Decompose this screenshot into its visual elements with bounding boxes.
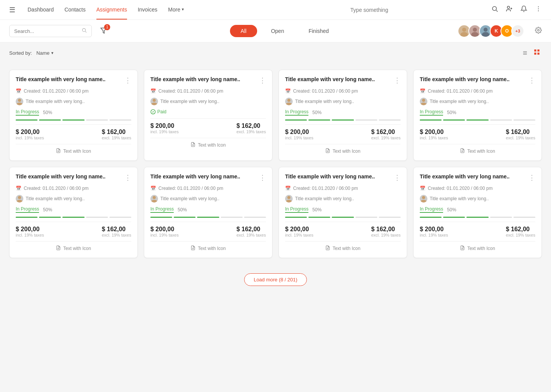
search-field[interactable] bbox=[14, 28, 78, 34]
card-footer[interactable]: Text with Icon bbox=[420, 144, 535, 154]
svg-point-27 bbox=[151, 103, 157, 105]
grid-view-icon[interactable] bbox=[532, 47, 542, 59]
chevron-down-icon: ▾ bbox=[182, 7, 184, 12]
nav-link-contacts[interactable]: Contacts bbox=[65, 0, 86, 20]
status-in-progress: In Progress bbox=[285, 206, 308, 213]
bell-icon[interactable] bbox=[520, 5, 527, 14]
top-nav: ☰ Dashboard Contacts Assignments Invoice… bbox=[0, 0, 551, 20]
card-menu-icon[interactable]: ⋮ bbox=[394, 76, 401, 85]
tab-all[interactable]: All bbox=[230, 25, 258, 37]
status-row: In Progress 50% bbox=[16, 109, 131, 116]
card-footer[interactable]: Text with Icon bbox=[150, 241, 266, 252]
svg-rect-19 bbox=[538, 49, 540, 51]
svg-point-16 bbox=[482, 32, 489, 38]
card-meta-date: 📅 Created: 01.01.2020 / 06:00 pm bbox=[285, 186, 401, 191]
svg-point-31 bbox=[287, 99, 290, 102]
nav-link-invoices[interactable]: Invoices bbox=[138, 0, 157, 20]
nav-link-dashboard[interactable]: Dashboard bbox=[28, 0, 54, 20]
nav-link-assignments[interactable]: Assignments bbox=[96, 0, 127, 20]
card-footer[interactable]: Text with Icon bbox=[285, 144, 401, 154]
calendar-icon: 📅 bbox=[285, 88, 291, 94]
svg-point-47 bbox=[287, 196, 290, 199]
search-box bbox=[9, 25, 92, 37]
card-menu-icon[interactable]: ⋮ bbox=[124, 76, 131, 85]
card-footer[interactable]: Text with Icon bbox=[150, 138, 266, 148]
card-footer[interactable]: Text with Icon bbox=[420, 241, 535, 252]
price-excl-label: excl. 19% taxes bbox=[236, 233, 266, 237]
card-created: Created: 01.01.2020 / 06:00 pm bbox=[24, 186, 88, 191]
document-icon bbox=[191, 142, 196, 148]
more-vert-icon[interactable] bbox=[535, 5, 542, 14]
card-menu-icon[interactable]: ⋮ bbox=[528, 76, 535, 85]
card-user: Title example with very long.. bbox=[16, 98, 131, 105]
progress-percent: 50% bbox=[43, 110, 52, 115]
add-person-icon[interactable] bbox=[506, 5, 513, 14]
price-incl-block: $ 200,00 incl. 19% taxes bbox=[285, 129, 313, 140]
price-incl-label: incl. 19% taxes bbox=[420, 136, 448, 140]
user-avatar bbox=[420, 195, 427, 203]
price-row: $ 200,00 incl. 19% taxes $ 162,00 excl. … bbox=[16, 226, 131, 237]
sort-by-label: Sorted by: bbox=[9, 50, 32, 56]
card-menu-icon[interactable]: ⋮ bbox=[259, 173, 266, 182]
svg-point-40 bbox=[16, 200, 23, 203]
svg-rect-21 bbox=[538, 53, 540, 55]
search-icon[interactable] bbox=[491, 5, 498, 14]
settings-icon[interactable] bbox=[535, 27, 542, 36]
progress-bar bbox=[420, 119, 535, 121]
tab-open[interactable]: Open bbox=[260, 25, 295, 37]
svg-point-15 bbox=[484, 28, 488, 32]
avatar-plus[interactable]: +3 bbox=[511, 24, 524, 38]
search-icon-small bbox=[82, 28, 87, 34]
svg-point-13 bbox=[473, 28, 477, 32]
progress-bar bbox=[16, 119, 131, 121]
card-footer-text: Text with Icon bbox=[198, 142, 226, 148]
load-more-button[interactable]: Load more (8 / 201) bbox=[244, 273, 307, 286]
nav-search bbox=[259, 7, 479, 13]
progress-bar bbox=[285, 119, 401, 121]
list-view-icon[interactable]: ≡ bbox=[521, 47, 529, 59]
tab-finished[interactable]: Finished bbox=[298, 25, 339, 37]
card-title: Title example with very long name.. bbox=[420, 173, 528, 180]
filter-button[interactable]: 1 bbox=[98, 25, 109, 38]
price-excl-value: $ 162,00 bbox=[236, 226, 266, 233]
card-menu-icon[interactable]: ⋮ bbox=[394, 173, 401, 182]
card-user-name: Title example with very long.. bbox=[430, 99, 489, 104]
sort-bar: Sorted by: Name ▾ ≡ bbox=[0, 42, 551, 64]
card-menu-icon[interactable]: ⋮ bbox=[124, 173, 131, 182]
card-footer[interactable]: Text with Icon bbox=[285, 241, 401, 252]
price-excl-label: excl. 19% taxes bbox=[236, 129, 266, 134]
price-excl-label: excl. 19% taxes bbox=[102, 136, 131, 140]
card-title: Title example with very long name.. bbox=[420, 76, 528, 82]
card-footer[interactable]: Text with Icon bbox=[16, 144, 131, 154]
progress-bar bbox=[420, 217, 535, 218]
price-row: $ 200,00 incl. 19% taxes $ 162,00 excl. … bbox=[16, 129, 131, 140]
price-incl-label: incl. 19% taxes bbox=[16, 233, 44, 237]
svg-point-5 bbox=[538, 7, 539, 7]
price-incl-value: $ 200,00 bbox=[420, 129, 448, 136]
search-input[interactable] bbox=[331, 7, 408, 13]
price-incl-value: $ 200,00 bbox=[285, 129, 313, 136]
card-menu-icon[interactable]: ⋮ bbox=[259, 76, 266, 85]
document-icon bbox=[325, 148, 330, 154]
svg-point-35 bbox=[422, 99, 425, 102]
card-footer-text: Text with Icon bbox=[467, 149, 495, 154]
status-row: In Progress 50% bbox=[16, 206, 131, 213]
hamburger-icon[interactable]: ☰ bbox=[9, 6, 15, 14]
document-icon bbox=[325, 245, 330, 252]
price-excl-block: $ 162,00 excl. 19% taxes bbox=[236, 226, 266, 237]
nav-link-more[interactable]: More ▾ bbox=[168, 0, 184, 20]
svg-point-44 bbox=[151, 200, 157, 203]
price-excl-value: $ 162,00 bbox=[371, 129, 401, 136]
sort-control[interactable]: Sorted by: Name ▾ bbox=[9, 50, 54, 56]
svg-point-39 bbox=[18, 196, 21, 199]
card-footer[interactable]: Text with Icon bbox=[16, 241, 131, 252]
price-excl-block: $ 162,00 excl. 19% taxes bbox=[236, 122, 266, 134]
card-user-name: Title example with very long.. bbox=[26, 196, 85, 201]
price-excl-label: excl. 19% taxes bbox=[506, 233, 535, 237]
svg-point-36 bbox=[421, 103, 427, 105]
progress-percent: 50% bbox=[447, 207, 456, 212]
status-in-progress: In Progress bbox=[16, 206, 39, 213]
card-menu-icon[interactable]: ⋮ bbox=[528, 173, 535, 182]
card-meta-date: 📅 Created: 01.01.2020 / 06:00 pm bbox=[16, 186, 131, 191]
progress-percent: 50% bbox=[178, 207, 187, 212]
